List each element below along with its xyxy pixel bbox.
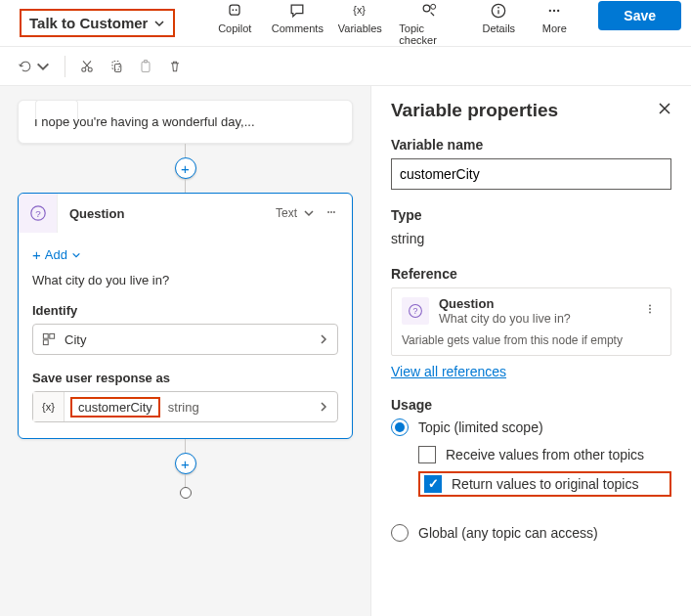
variables-icon: {x} bbox=[350, 1, 369, 21]
name-section: Variable name bbox=[391, 137, 671, 190]
details-button[interactable]: Details bbox=[475, 1, 522, 34]
reference-note: Variable gets value from this node if em… bbox=[392, 333, 670, 355]
panel-title: Variable properties bbox=[391, 100, 558, 121]
svg-point-2 bbox=[236, 9, 238, 11]
svg-point-7 bbox=[497, 6, 499, 8]
reference-label: Reference bbox=[391, 266, 671, 282]
chevron-down-icon bbox=[153, 18, 165, 29]
chevron-right-icon bbox=[318, 401, 329, 413]
add-node-button[interactable]: + bbox=[175, 453, 196, 474]
svg-point-20 bbox=[330, 211, 332, 213]
chevron-down-icon bbox=[71, 250, 81, 260]
variable-name-input[interactable] bbox=[391, 158, 671, 190]
close-panel-button[interactable] bbox=[658, 102, 671, 119]
close-icon bbox=[658, 102, 671, 115]
reference-box[interactable]: ? Question What city do you live in? Var… bbox=[391, 287, 671, 356]
receive-values-checkbox[interactable]: Receive values from other topics bbox=[418, 446, 671, 463]
svg-point-28 bbox=[649, 308, 651, 310]
question-text[interactable]: What city do you live in? bbox=[32, 273, 338, 287]
svg-point-9 bbox=[553, 9, 555, 11]
svg-point-27 bbox=[649, 305, 651, 307]
toolbar-actions: Copilot Comments {x} Variables Topic che… bbox=[211, 1, 681, 46]
copilot-icon bbox=[225, 1, 244, 21]
entity-icon bbox=[41, 331, 57, 347]
question-output-type: Text bbox=[276, 206, 297, 220]
variables-button[interactable]: {x} Variables bbox=[336, 1, 383, 34]
checkbox-icon bbox=[418, 446, 436, 463]
node-more-button[interactable] bbox=[321, 201, 342, 226]
svg-rect-22 bbox=[43, 333, 48, 338]
svg-text:?: ? bbox=[413, 306, 418, 316]
view-all-references-link[interactable]: View all references bbox=[391, 364, 506, 379]
message-node-tab bbox=[35, 100, 78, 119]
variable-properties-panel: Variable properties Variable name Type s… bbox=[371, 86, 691, 616]
chevron-down-icon bbox=[35, 59, 51, 74]
copy-icon[interactable] bbox=[108, 59, 124, 74]
authoring-canvas[interactable]: I hope you're having a wonderful day,...… bbox=[0, 86, 371, 616]
identify-field[interactable]: City bbox=[32, 324, 338, 355]
top-toolbar: Talk to Customer Copilot Comments {x} Va… bbox=[0, 0, 691, 47]
delete-icon[interactable] bbox=[167, 59, 183, 74]
question-icon: ? bbox=[19, 194, 58, 233]
svg-text:?: ? bbox=[35, 208, 41, 219]
topic-name-chip[interactable]: Talk to Customer bbox=[20, 9, 175, 37]
save-as-field[interactable]: {x} customerCity string bbox=[32, 391, 338, 422]
return-values-checkbox[interactable]: Return values to original topics bbox=[418, 471, 671, 497]
radio-icon bbox=[391, 418, 409, 436]
svg-point-12 bbox=[88, 67, 92, 71]
undo-button[interactable] bbox=[18, 59, 51, 74]
question-title: Question bbox=[69, 206, 276, 221]
chevron-down-icon[interactable] bbox=[303, 207, 315, 219]
undo-icon bbox=[18, 59, 33, 74]
svg-rect-15 bbox=[142, 62, 150, 71]
svg-rect-13 bbox=[112, 61, 119, 69]
type-section: Type string bbox=[391, 207, 671, 248]
info-icon bbox=[489, 1, 508, 21]
reference-kind: Question bbox=[439, 296, 571, 312]
svg-point-1 bbox=[233, 9, 235, 11]
usage-section: Usage Topic (limited scope) Receive valu… bbox=[391, 397, 671, 542]
variable-type-label: string bbox=[168, 400, 199, 415]
reference-section: Reference ? Question What city do you li… bbox=[391, 266, 671, 379]
edit-toolbar bbox=[0, 47, 691, 86]
variable-name-pill: customerCity bbox=[70, 397, 160, 418]
type-value: string bbox=[391, 229, 671, 248]
svg-point-8 bbox=[549, 9, 551, 11]
end-node-icon bbox=[180, 487, 192, 499]
reference-more-button[interactable] bbox=[639, 298, 661, 323]
comment-icon bbox=[287, 1, 307, 21]
connector: + bbox=[0, 144, 370, 193]
reference-text: What city do you live in? bbox=[439, 312, 571, 326]
save-button[interactable]: Save bbox=[598, 1, 681, 30]
identify-value: City bbox=[65, 332, 86, 347]
more-icon bbox=[544, 1, 564, 21]
question-header: ? Question Text bbox=[19, 194, 352, 233]
question-body: + Add What city do you live in? Identify… bbox=[19, 233, 352, 438]
svg-rect-0 bbox=[230, 5, 239, 15]
more-icon bbox=[324, 205, 338, 219]
svg-rect-14 bbox=[114, 64, 120, 71]
svg-point-19 bbox=[327, 211, 329, 213]
chevron-right-icon bbox=[318, 333, 329, 345]
add-node-button[interactable]: + bbox=[175, 157, 196, 179]
svg-point-11 bbox=[82, 67, 86, 71]
cut-icon[interactable] bbox=[79, 59, 95, 74]
usage-label: Usage bbox=[391, 397, 671, 413]
usage-global-option[interactable]: Global (any topic can access) bbox=[391, 524, 671, 542]
svg-point-10 bbox=[557, 9, 559, 11]
svg-point-21 bbox=[333, 211, 335, 213]
add-option-button[interactable]: + Add bbox=[32, 242, 338, 273]
divider bbox=[65, 56, 65, 77]
paste-icon[interactable] bbox=[138, 59, 153, 74]
identify-label: Identify bbox=[32, 303, 338, 318]
usage-topic-option[interactable]: Topic (limited scope) bbox=[391, 418, 671, 436]
question-icon: ? bbox=[402, 297, 429, 325]
more-vertical-icon bbox=[643, 302, 657, 316]
copilot-button[interactable]: Copilot bbox=[211, 1, 258, 34]
topic-name-text: Talk to Customer bbox=[29, 15, 148, 31]
more-button[interactable]: More bbox=[538, 1, 571, 34]
topic-checker-button[interactable]: Topic checker bbox=[399, 1, 459, 46]
svg-point-5 bbox=[431, 4, 436, 9]
comments-button[interactable]: Comments bbox=[274, 1, 321, 34]
question-node[interactable]: ? Question Text + Add What city do you l… bbox=[18, 193, 353, 439]
